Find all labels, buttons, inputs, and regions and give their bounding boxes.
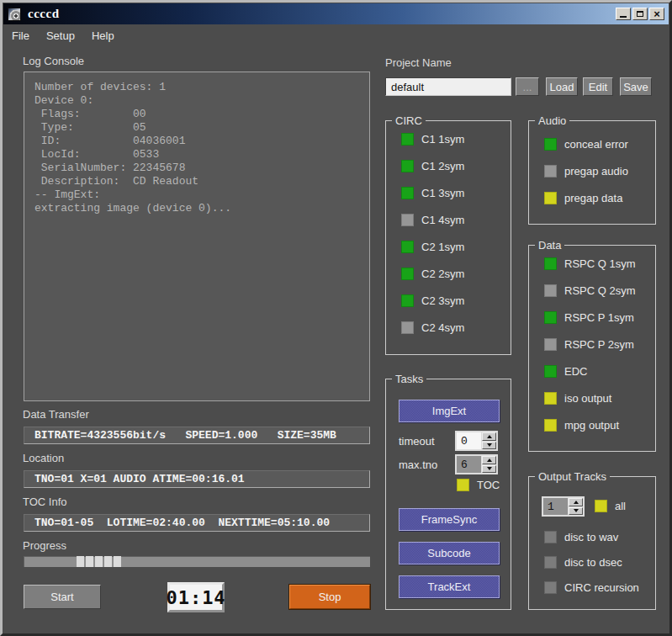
checkbox-label: pregap audio (564, 165, 628, 178)
track-number-value[interactable]: 1 (543, 498, 568, 515)
checkbox-c1-2sym[interactable] (401, 160, 414, 172)
timeout-label: timeout (399, 435, 435, 448)
checkbox-pregap-audio[interactable] (544, 165, 557, 178)
checkbox-label: C1 4sym (421, 214, 464, 226)
data-transfer-value: BITRATE=4323556bit/s SPEED=1.000 SIZE=35… (24, 427, 370, 444)
max-tno-value[interactable]: 6 (457, 456, 481, 473)
minimize-icon (620, 16, 627, 18)
audio-group-title: Audio (535, 114, 569, 127)
track-spin-up[interactable] (569, 498, 583, 506)
subcode-button[interactable]: Subcode (399, 542, 500, 564)
checkbox-label: C1 1sym (421, 133, 464, 146)
stop-button[interactable]: Stop (289, 585, 370, 609)
arrow-down-icon (487, 467, 492, 470)
checkbox-rspc-q-2sym[interactable] (544, 284, 557, 297)
checkbox-c2-1sym[interactable] (401, 241, 414, 253)
progress-segments (77, 556, 121, 567)
maximize-icon (637, 11, 643, 17)
checkbox-c1-4sym[interactable] (401, 214, 414, 226)
timeout-value[interactable]: 0 (457, 432, 481, 449)
framesync-button[interactable]: FrameSync (399, 508, 500, 531)
app-window: ccccd × File Setup Help Log Console Numb… (0, 0, 672, 636)
toc-info-value: TNO=01-05 LOTIME=02:40.00 NEXTTIME=05:10… (24, 514, 370, 532)
checkbox-c1-1sym[interactable] (401, 133, 414, 146)
checkbox-c2-2sym[interactable] (401, 268, 414, 280)
checkbox-label: RSPC P 2sym (564, 338, 634, 351)
max-tno-label: max.tno (399, 458, 437, 471)
arrow-down-icon (574, 509, 579, 512)
timeout-spin-up[interactable] (482, 432, 496, 441)
checkbox-label: C2 4sym (421, 321, 464, 334)
checkbox-circ-recursion[interactable] (544, 581, 557, 594)
checkbox-label: RSPC Q 2sym (564, 284, 636, 297)
start-button[interactable]: Start (24, 585, 101, 609)
menu-bar: File Setup Help (3, 26, 669, 45)
data-group: Data RSPC Q 1sym RSPC Q 2sym RSPC P 1sym… (528, 245, 656, 452)
checkbox-label: C2 1sym (421, 241, 464, 253)
arrow-down-icon (487, 443, 492, 447)
log-console[interactable]: Number of devices: 1 Device 0: Flags: 00… (24, 72, 370, 401)
checkbox-label: C2 3sym (421, 294, 464, 307)
timeout-spinbox[interactable]: 0 (455, 431, 498, 451)
max-tno-spin-up[interactable] (482, 456, 496, 464)
checkbox-c1-3sym[interactable] (401, 187, 414, 199)
imgext-button[interactable]: ImgExt (399, 400, 500, 422)
checkbox-pregap-data[interactable] (544, 192, 557, 204)
output-tracks-group: Output Tracks 1 all disc to wav disc to … (528, 476, 656, 610)
checkbox-rspc-p-2sym[interactable] (544, 338, 557, 351)
timeout-spin-down[interactable] (482, 442, 496, 450)
checkbox-label: C1 2sym (421, 160, 464, 172)
maximize-button[interactable] (632, 8, 648, 20)
title-bar[interactable]: ccccd × (3, 3, 669, 24)
circ-group-title: CIRC (392, 114, 426, 127)
checkbox-label: RSPC Q 1sym (564, 257, 636, 270)
checkbox-label: disc to dsec (564, 556, 622, 569)
checkbox-mpg-output[interactable] (544, 419, 557, 432)
menu-file[interactable]: File (3, 28, 38, 44)
checkbox-label: mpg output (564, 419, 619, 432)
toc-info-label: TOC Info (23, 496, 67, 508)
checkbox-c2-4sym[interactable] (401, 321, 414, 334)
checkbox-label: C1 3sym (421, 187, 464, 199)
checkbox-rspc-q-1sym[interactable] (544, 257, 557, 270)
progress-label: Progress (23, 539, 66, 552)
save-button[interactable]: Save (620, 77, 652, 96)
checkbox-disc-to-dsec[interactable] (544, 556, 557, 569)
project-name-label: Project Name (385, 56, 452, 69)
close-button[interactable]: × (649, 8, 664, 20)
all-checkbox-label: all (615, 500, 626, 512)
checkbox-conceal-error[interactable] (544, 138, 557, 151)
checkbox-toc[interactable] (457, 479, 469, 491)
max-tno-spin-down[interactable] (482, 465, 496, 474)
edit-button[interactable]: Edit (583, 77, 613, 96)
arrow-up-icon (574, 501, 579, 504)
max-tno-spinbox[interactable]: 6 (455, 454, 498, 474)
circ-group: CIRC C1 1sym C1 2sym C1 3sym C1 4sym C2 … (385, 120, 511, 355)
checkbox-disc-to-wav[interactable] (544, 531, 557, 543)
data-transfer-label: Data Transfer (23, 408, 89, 421)
menu-help[interactable]: Help (83, 28, 123, 44)
minimize-button[interactable] (616, 8, 631, 20)
checkbox-rspc-p-1sym[interactable] (544, 311, 557, 324)
checkbox-label: pregap data (564, 192, 622, 204)
checkbox-all-tracks[interactable] (595, 500, 607, 512)
log-console-text: Number of devices: 1 Device 0: Flags: 00… (24, 72, 369, 215)
checkbox-c2-3sym[interactable] (401, 294, 414, 307)
toc-checkbox-label: TOC (477, 479, 500, 491)
checkbox-iso-output[interactable] (544, 392, 557, 405)
track-spin-down[interactable] (569, 507, 583, 516)
audio-group: Audio conceal error pregap audio pregap … (528, 120, 656, 225)
arrow-up-icon (487, 458, 492, 462)
checkbox-edc[interactable] (544, 365, 557, 378)
project-name-input[interactable]: default (385, 77, 511, 96)
trackext-button[interactable]: TrackExt (399, 575, 500, 598)
load-button[interactable]: Load (546, 77, 578, 96)
track-number-spinbox[interactable]: 1 (542, 496, 585, 517)
browse-button[interactable]: ... (516, 77, 539, 96)
progress-bar (24, 556, 370, 567)
data-group-title: Data (535, 239, 564, 252)
close-icon: × (653, 8, 660, 19)
checkbox-label: C2 2sym (421, 268, 464, 280)
menu-setup[interactable]: Setup (38, 28, 83, 44)
location-label: Location (23, 452, 64, 464)
